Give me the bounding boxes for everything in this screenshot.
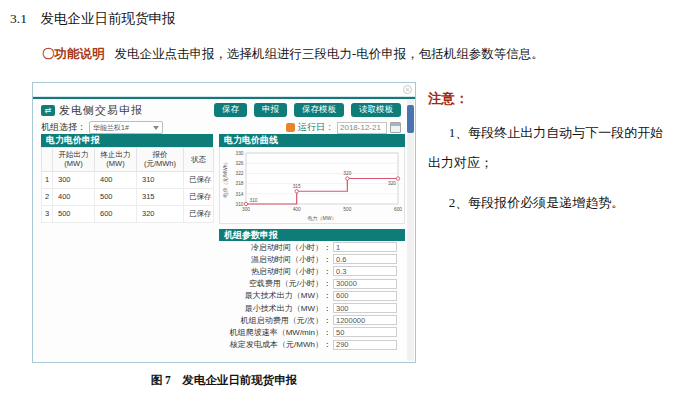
param-label: 温启动时间（小时）： (219, 254, 331, 265)
param-input[interactable] (333, 266, 397, 276)
run-date-icon (286, 123, 295, 132)
svg-text:318: 318 (235, 181, 243, 186)
table-header: 状态 (184, 148, 214, 172)
table-header: 报价(元/MWh) (137, 148, 184, 172)
table-cell-start: 500 (53, 205, 95, 222)
table-header: 开始出力(MW) (53, 148, 95, 172)
calendar-icon[interactable] (390, 122, 401, 133)
controls-row: 机组选择： 华能兰权1# 运行日： (41, 120, 401, 135)
param-row: 温启动时间（小时）： (219, 253, 405, 265)
table-cell-end: 400 (95, 171, 137, 188)
svg-text:330: 330 (235, 151, 243, 156)
price-table: 开始出力(MW)终止出力(MW)报价(元/MWh)状态 1300400310已保… (41, 147, 214, 223)
param-label: 热启动时间（小时）： (219, 266, 331, 277)
price-curve-chart: 3103143183223263303004005006003103153203… (219, 147, 405, 224)
table-header: 终止出力(MW) (95, 148, 137, 172)
table-cell-no: 2 (42, 188, 53, 205)
table-row[interactable]: 3500600320已保存 (42, 205, 214, 222)
params-panel-title: 机组参数申报 (219, 229, 405, 241)
param-row: 核定发电成本（元/MWh）： (219, 339, 405, 351)
param-label: 最大技术出力（MW）： (219, 290, 331, 301)
param-input[interactable] (333, 291, 397, 301)
load-template-button[interactable]: 读取模板 (351, 103, 401, 117)
param-label: 机组启动费用（元/次）： (219, 315, 331, 326)
svg-text:电力（MW）: 电力（MW） (308, 215, 337, 221)
unit-select-value: 华能兰权1# (93, 123, 129, 133)
chevron-down-icon (153, 126, 159, 130)
param-row: 热启动时间（小时）： (219, 265, 405, 277)
param-label: 核定发电成本（元/MWh）： (219, 339, 331, 350)
table-cell-status: 已保存 (184, 188, 214, 205)
price-table-title: 电力电价申报 (41, 134, 213, 147)
app-title: 发电侧交易申报 (59, 103, 143, 118)
param-input[interactable] (333, 254, 397, 264)
scrollbar[interactable] (407, 99, 414, 361)
param-row: 机组启动费用（元/次）： (219, 314, 405, 326)
scrollbar-thumb[interactable] (407, 105, 414, 133)
svg-text:320: 320 (388, 181, 396, 186)
note-item-1: 1、每段终止出力自动与下一段的开始出力对应； (428, 118, 676, 178)
param-input[interactable] (333, 315, 397, 325)
svg-text:电价（元/MWh）: 电价（元/MWh） (222, 159, 228, 197)
svg-text:322: 322 (235, 171, 243, 176)
curve-panel: 电力电价曲线 310314318322326330300400500600310… (219, 134, 405, 351)
section-heading: 3.1 发电企业日前现货申报 (10, 10, 175, 28)
param-input[interactable] (333, 242, 397, 252)
param-label: 机组爬坡速率（MW/min）： (219, 327, 331, 338)
param-label: 冷启动时间（小时）： (219, 242, 331, 253)
unit-select-label: 机组选择： (41, 121, 86, 134)
feature-text: 发电企业点击申报，选择机组进行三段电力-电价申报，包括机组参数等信息。 (115, 47, 544, 61)
param-label: 空载费用（元/小时）： (219, 278, 331, 289)
param-row: 空载费用（元/小时）： (219, 278, 405, 290)
svg-text:500: 500 (343, 207, 351, 212)
param-row: 机组爬坡速率（MW/min）： (219, 326, 405, 338)
table-header-index (42, 148, 53, 172)
close-icon[interactable]: × (403, 85, 412, 94)
table-cell-status: 已保存 (184, 205, 214, 222)
price-curve-svg: 3103143183223263303004005006003103153203… (220, 147, 404, 223)
table-cell-no: 3 (42, 205, 53, 222)
app-window: ⇄ 发电侧交易申报 保存 申报 保存模板 读取模板 机组选择： 华能兰权1# 运… (33, 97, 415, 362)
table-cell-end: 600 (95, 205, 137, 222)
price-table-panel: 电力电价申报 开始出力(MW)终止出力(MW)报价(元/MWh)状态 13004… (41, 134, 213, 223)
top-strip: × (33, 83, 415, 97)
params-form: 冷启动时间（小时）：温启动时间（小时）：热启动时间（小时）：空载费用（元/小时）… (219, 241, 405, 351)
param-label: 最小技术出力（MW）： (219, 303, 331, 314)
param-row: 冷启动时间（小时）： (219, 241, 405, 253)
save-button[interactable]: 保存 (214, 103, 247, 117)
svg-text:314: 314 (235, 192, 243, 197)
svg-text:315: 315 (293, 184, 301, 189)
run-date-input[interactable] (337, 122, 387, 134)
save-template-button[interactable]: 保存模板 (294, 103, 344, 117)
table-row[interactable]: 1300400310已保存 (42, 171, 214, 188)
table-cell-price: 310 (137, 171, 184, 188)
unit-select[interactable]: 华能兰权1# (89, 121, 163, 134)
param-input[interactable] (333, 340, 397, 350)
svg-text:310: 310 (250, 198, 258, 203)
param-input[interactable] (333, 327, 397, 337)
table-row[interactable]: 2400500315已保存 (42, 188, 214, 205)
svg-text:300: 300 (242, 207, 250, 212)
notes: 注意： 1、每段终止出力自动与下一段的开始出力对应； 2、每段报价必须是递增趋势… (428, 90, 676, 218)
table-cell-start: 300 (53, 171, 95, 188)
run-date-label: 运行日： (298, 121, 334, 134)
svg-text:400: 400 (293, 207, 301, 212)
table-cell-start: 400 (53, 188, 95, 205)
table-cell-price: 315 (137, 188, 184, 205)
figure-caption: 图 7 发电企业日前现货申报 (32, 373, 416, 388)
app-screenshot: × ⇄ 发电侧交易申报 保存 申报 保存模板 读取模板 机组选择： 华能兰权1# (32, 82, 416, 363)
title-bar: ⇄ 发电侧交易申报 保存 申报 保存模板 读取模板 (41, 102, 401, 118)
param-input[interactable] (333, 279, 397, 289)
curve-panel-title: 电力电价曲线 (219, 134, 405, 147)
feature-label: 〇功能说明 (42, 47, 105, 61)
table-cell-price: 320 (137, 205, 184, 222)
param-input[interactable] (333, 303, 397, 313)
declare-button[interactable]: 申报 (254, 103, 287, 117)
toolbar: 保存 申报 保存模板 读取模板 (214, 103, 401, 117)
app-logo-icon: ⇄ (41, 105, 55, 116)
svg-text:320: 320 (343, 171, 351, 176)
notes-title: 注意： (428, 90, 676, 108)
svg-text:310: 310 (235, 202, 243, 207)
table-cell-status: 已保存 (184, 171, 214, 188)
feature-description: 〇功能说明发电企业点击申报，选择机组进行三段电力-电价申报，包括机组参数等信息。 (42, 46, 544, 63)
